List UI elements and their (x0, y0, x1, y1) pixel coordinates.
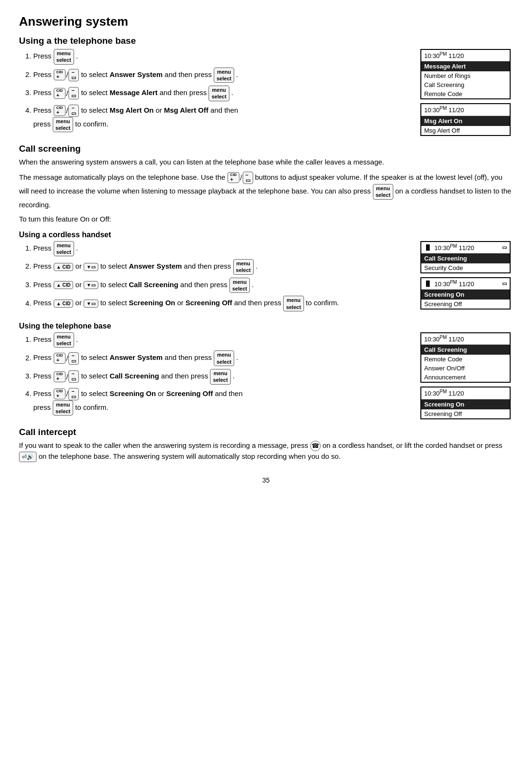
list-item: Press menuselect . (33, 241, 413, 257)
cid-plus-minus-buttons-3: CID+ / −▭ (54, 105, 79, 117)
minus-base2-2: −▭ (68, 352, 79, 365)
lcd-time-2: 10:30PM 11/20 (424, 106, 464, 114)
cid-plus-base2-2: CID+ (54, 353, 66, 364)
lcd-panel-6: 10:30PM 11/20 Screening On Screening Off (420, 387, 511, 419)
lcd-panel-5: 10:30PM 11/20 Call Screening Remote Code… (420, 332, 511, 383)
lcd-panel-5-header: 10:30PM 11/20 (421, 333, 510, 345)
lcd-panel-4: ▐▌ 10:30PM 11/20 ▭ Screening On Screenin… (420, 277, 511, 310)
list-item: Press CID+ / −▭ to select Screening On o… (33, 387, 413, 416)
lcd-panel-1-header: 10:30PM 11/20 (421, 50, 510, 61)
cid-plus-minus-buttons: CID+ / −▭ (54, 69, 79, 81)
minus-button-2: −▭ (68, 87, 79, 99)
volume-buttons: CID+ / −▭ (228, 172, 253, 184)
battery-icon-2: ▭ (502, 281, 507, 287)
lcd-item: Screening Off (421, 409, 510, 418)
cid-plus-minus-base2-2: CID+ / −▭ (54, 352, 79, 365)
menu-select-cordless-1: menuselect (54, 241, 74, 257)
signal-icon-2: ▐▌ (424, 281, 432, 286)
list-item: Press CID+ / −▭ to select Answer System … (33, 68, 413, 83)
menu-select-button-4: menuselect (53, 117, 73, 133)
battery-icon: ▭ (502, 244, 507, 251)
cid-plus-minus-base2-3: CID+ / −▭ (54, 370, 79, 383)
lcd-panel-6-highlighted: Screening On (421, 399, 510, 409)
cid-up-button-2: ▲ CID (54, 281, 74, 289)
cid-down-button-3: ▼▭ (84, 300, 98, 308)
section-title-base-2: Using the telephone base (19, 322, 513, 330)
menu-select-cordless-3: menuselect (229, 278, 250, 293)
lcd-panel-2: 10:30PM 11/20 Msg Alert On Msg Alert Off (420, 103, 511, 136)
lcd-item: Msg Alert Off (421, 126, 510, 135)
vol-minus: −▭ (243, 172, 253, 184)
list-item: Press menuselect . (33, 49, 413, 65)
cid-plus-button-2: CID+ (54, 88, 66, 99)
list-item: Press ▲ CID or ▼▭ to select Screening On… (33, 296, 413, 311)
cid-down-button: ▼▭ (84, 263, 98, 271)
lcd-item: Announcement (421, 373, 510, 382)
cid-plus-button: CID+ (54, 69, 66, 80)
cid-plus-base2-4: CID+ (54, 388, 66, 399)
lcd-time-4: 10:30PM 11/20 (435, 280, 475, 288)
lcd-panel-3: ▐▌ 10:30PM 11/20 ▭ Call Screening Securi… (420, 241, 511, 273)
lcd-time-5: 10:30PM 11/20 (424, 335, 464, 343)
cid-up-button: ▲ CID (54, 263, 74, 271)
menu-select-base2-4: menuselect (53, 400, 73, 416)
lcd-time-1: 10:30PM 11/20 (424, 51, 464, 59)
lcd-panel-1: 10:30PM 11/20 Message Alert Number of Ri… (420, 49, 511, 99)
lcd-panel-2-highlighted: Msg Alert On (421, 116, 510, 126)
list-item: Press CID+ / −▭ to select Answer System … (33, 350, 413, 366)
cid-down-button-2: ▼▭ (84, 281, 98, 289)
menu-select-base2-3: menuselect (210, 369, 230, 385)
page-number: 35 (19, 476, 513, 484)
cid-vol-plus: CID+ (228, 172, 240, 183)
cid-plus-minus-buttons-2: CID+ / −▭ (54, 87, 79, 99)
menu-select-inline: menuselect (373, 184, 393, 200)
lcd-panel-5-highlighted: Call Screening (421, 345, 510, 355)
list-item: Press CID+ / −▭ to select Msg Alert On o… (33, 104, 413, 133)
call-screening-feature: To turn this feature On or Off: (19, 214, 513, 225)
list-item: Press CID+ / −▭ to select Message Alert … (33, 86, 413, 101)
section-title-cordless: Using a cordless handset (19, 231, 513, 239)
list-item: Press menuselect . (33, 332, 413, 348)
menu-select-button: menuselect (54, 49, 74, 65)
minus-base2-4: −▭ (68, 388, 79, 400)
lcd-panel-2-header: 10:30PM 11/20 (421, 104, 510, 116)
lcd-panels-group-2: ▐▌ 10:30PM 11/20 ▭ Call Screening Securi… (420, 241, 513, 316)
call-screening-body: The message automatically plays on the t… (19, 172, 513, 210)
phone-icon: ☎ (310, 441, 321, 451)
minus-button-3: −▭ (68, 105, 79, 117)
lcd-panels-group-3: 10:30PM 11/20 Call Screening Remote Code… (420, 332, 513, 420)
menu-select-cordless-4: menuselect (283, 296, 304, 311)
list-item: Press ▲ CID or ▼▭ to select Answer Syste… (33, 259, 413, 275)
section-title-call-screening: Call screening (19, 144, 513, 154)
page-title: Answering system (19, 14, 513, 29)
menu-select-button-2: menuselect (214, 68, 234, 83)
lcd-item: Answer On/Off (421, 364, 510, 373)
section-title-intercept: Call intercept (19, 427, 513, 437)
lcd-panel-3-header: ▐▌ 10:30PM 11/20 ▭ (421, 242, 510, 253)
lcd-item: Remote Code (421, 89, 510, 98)
lcd-panel-1-highlighted: Message Alert (421, 61, 510, 71)
lcd-panels-group-1: 10:30PM 11/20 Message Alert Number of Ri… (420, 49, 513, 137)
section-title-1: Using a the telephone base (19, 36, 513, 46)
lcd-item: Call Screening (421, 80, 510, 89)
lcd-item: Security Code (421, 263, 510, 272)
signal-icon: ▐▌ (424, 244, 432, 250)
menu-select-base2-1: menuselect (54, 332, 74, 348)
lcd-panel-4-header: ▐▌ 10:30PM 11/20 ▭ (421, 278, 510, 290)
call-screening-intro: When the answering system answers a call… (19, 157, 513, 168)
cid-up-button-3: ▲ CID (54, 300, 74, 308)
minus-button: −▭ (68, 69, 79, 81)
list-item: Press ▲ CID or ▼▭ to select Call Screeni… (33, 278, 413, 293)
minus-base2-3: −▭ (68, 370, 79, 383)
lcd-time-3: 10:30PM 11/20 (435, 243, 475, 252)
lcd-panel-3-highlighted: Call Screening (421, 253, 510, 263)
lcd-panel-4-highlighted: Screening On (421, 290, 510, 300)
menu-select-button-3: menuselect (209, 86, 229, 101)
speaker-icon: ⏎🔊 (19, 452, 37, 462)
cid-plus-base2-3: CID+ (54, 371, 66, 382)
lcd-item: Screening Off (421, 300, 510, 309)
list-item: Press CID+ / −▭ to select Call Screening… (33, 369, 413, 385)
lcd-item: Remote Code (421, 355, 510, 364)
lcd-panel-6-header: 10:30PM 11/20 (421, 387, 510, 399)
lcd-item: Number of Rings (421, 71, 510, 80)
